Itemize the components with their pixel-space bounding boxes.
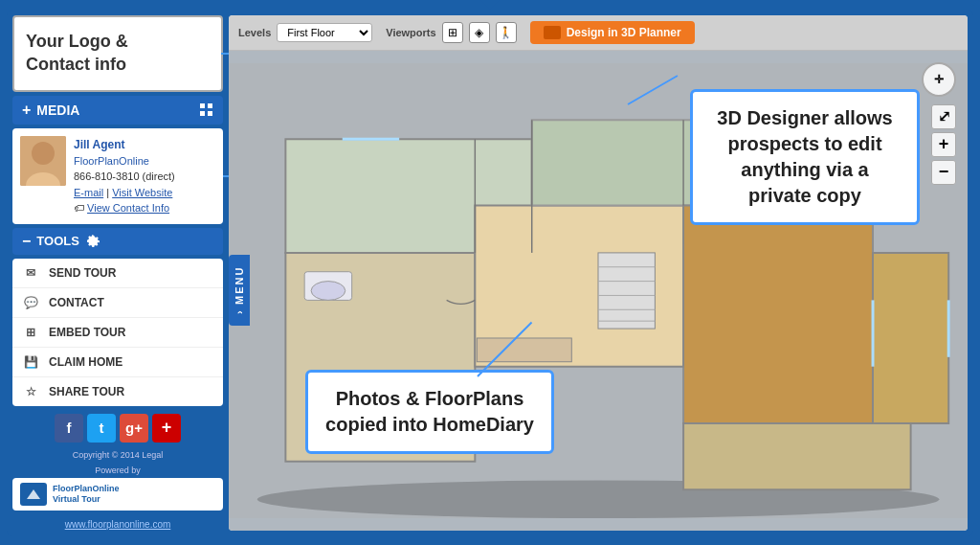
menu-tab-label: MENU: [234, 266, 245, 305]
media-bar-left: + MEDIA: [22, 102, 79, 119]
menu-tab[interactable]: › MENU: [229, 255, 250, 326]
svg-rect-18: [598, 252, 655, 328]
floppy-icon: 💾: [22, 353, 39, 371]
zoom-in-button[interactable]: +: [931, 132, 956, 157]
svg-marker-11: [683, 205, 873, 423]
logo-text: Your Logo & Contact info: [26, 31, 128, 76]
design-btn-icon: [544, 26, 561, 39]
floorplan-area: › MENU ✛ ⤢ + − 3D Designer allows prospe…: [229, 51, 968, 531]
embed-icon: ⊞: [22, 324, 39, 341]
design-btn-label: Design in 3D Planner: [567, 26, 681, 39]
tool-send-tour[interactable]: ✉ SEND TOUR: [12, 259, 223, 288]
media-bar[interactable]: + MEDIA: [12, 96, 223, 125]
viewport-3d-icon[interactable]: ◈: [469, 22, 490, 43]
tools-label: TOOLS: [36, 234, 79, 248]
levels-label: Levels: [238, 27, 271, 38]
tool-send-tour-label: SEND TOUR: [49, 266, 116, 280]
agent-info: Jill Agent FloorPlanOnline 866-810-3810 …: [74, 136, 175, 216]
powered-by-box: FloorPlanOnline Virtual Tour: [12, 478, 223, 511]
menu-arrow-icon: ›: [234, 308, 245, 314]
social-bar: f t g+ +: [12, 410, 223, 446]
levels-select[interactable]: First Floor Second Floor: [277, 23, 372, 42]
scale-controls: ⤢ + −: [931, 104, 956, 185]
tool-embed-tour[interactable]: ⊞ EMBED TOUR: [12, 318, 223, 348]
svg-point-25: [311, 281, 345, 300]
gear-icon: [85, 234, 100, 249]
tool-claim-home-label: CLAIM HOME: [49, 355, 122, 369]
chat-icon: 💬: [22, 294, 39, 311]
tool-share-tour-label: SHARE TOUR: [49, 385, 124, 398]
logo-box: Your Logo & Contact info: [12, 15, 223, 92]
callout-photos: Photos & FloorPlans copied into HomeDiar…: [305, 370, 554, 454]
tool-share-tour[interactable]: ☆ SHARE TOUR: [12, 377, 223, 406]
callout-3d-designer: 3D Designer allows prospects to edit any…: [690, 89, 920, 225]
plus-icon: +: [22, 102, 31, 119]
sidebar: Your Logo & Contact info + MEDIA: [12, 15, 223, 531]
viewport-grid-icon[interactable]: ⊞: [442, 22, 463, 43]
zoom-out-button[interactable]: −: [931, 160, 956, 185]
plus-button[interactable]: +: [152, 414, 181, 443]
logo-line2: Contact info: [26, 54, 128, 76]
svg-marker-14: [873, 252, 948, 422]
tool-contact[interactable]: 💬 CONTACT: [12, 288, 223, 318]
powered-by-label: Powered by: [12, 466, 223, 475]
media-label: MEDIA: [36, 102, 79, 118]
grid-icon: [200, 103, 213, 117]
powered-by-section: Powered by FloorPlanOnline Virtual Tour: [12, 464, 223, 515]
google-plus-button[interactable]: g+: [120, 414, 148, 443]
logo-line1: Your Logo &: [26, 31, 128, 53]
tools-bar[interactable]: − TOOLS: [12, 228, 223, 255]
agent-phone: 866-810-3810 (direct): [74, 169, 175, 185]
agent-company: FloorPlanOnline: [74, 153, 175, 170]
viewports-label: Viewports: [386, 27, 435, 38]
agent-website-link[interactable]: Visit Website: [112, 187, 172, 198]
fpo-name: FloorPlanOnline Virtual Tour: [53, 484, 120, 505]
agent-email-link[interactable]: E-mail: [74, 187, 103, 198]
fpo-name-line1: FloorPlanOnline: [53, 484, 120, 494]
svg-rect-26: [477, 337, 571, 361]
fpo-name-line2: Virtual Tour: [53, 494, 120, 505]
zoom-expand-button[interactable]: ⤢: [931, 104, 956, 129]
agent-contact-row: 🏷 View Contact Info: [74, 200, 175, 216]
svg-marker-13: [683, 423, 911, 489]
tool-claim-home[interactable]: 💾 CLAIM HOME: [12, 348, 223, 377]
view-contact-link[interactable]: View Contact Info: [87, 202, 169, 214]
top-toolbar: Levels First Floor Second Floor Viewport…: [229, 15, 968, 51]
compass-control[interactable]: ✛: [922, 62, 956, 97]
copyright-text: Copyright © 2014 Legal: [12, 450, 223, 460]
callout-photos-text: Photos & FloorPlans copied into HomeDiar…: [325, 388, 534, 435]
top-arrow-indicator: [477, 0, 503, 10]
minus-icon: −: [22, 233, 31, 250]
callout-3d-text: 3D Designer allows prospects to edit any…: [717, 107, 892, 206]
website-link[interactable]: www.floorplanonline.com: [12, 519, 223, 530]
viewport-icons: ⊞ ◈ 🚶: [442, 22, 517, 43]
tools-list: ✉ SEND TOUR 💬 CONTACT ⊞ EMBED TOUR 💾 CLA…: [12, 259, 223, 406]
agent-links: E-mail | Visit Website: [74, 185, 175, 201]
agent-name: Jill Agent: [74, 136, 175, 153]
envelope-icon: ✉: [22, 264, 39, 282]
levels-group: Levels First Floor Second Floor: [238, 23, 372, 42]
twitter-button[interactable]: t: [87, 414, 116, 443]
viewports-group: Viewports ⊞ ◈ 🚶: [386, 22, 516, 43]
main-content: Levels First Floor Second Floor Viewport…: [229, 15, 968, 531]
design-3d-button[interactable]: Design in 3D Planner: [530, 21, 695, 44]
agent-avatar: [20, 136, 66, 186]
tool-contact-label: CONTACT: [49, 296, 104, 309]
fpo-icon: [20, 483, 47, 506]
agent-card: Jill Agent FloorPlanOnline 866-810-3810 …: [12, 128, 223, 224]
star-icon: ☆: [22, 383, 39, 400]
viewport-walk-icon[interactable]: 🚶: [496, 22, 517, 43]
svg-point-1: [32, 142, 55, 165]
main-container: Your Logo & Contact info + MEDIA: [7, 10, 973, 536]
tool-embed-tour-label: EMBED TOUR: [49, 326, 125, 339]
facebook-button[interactable]: f: [55, 414, 83, 443]
